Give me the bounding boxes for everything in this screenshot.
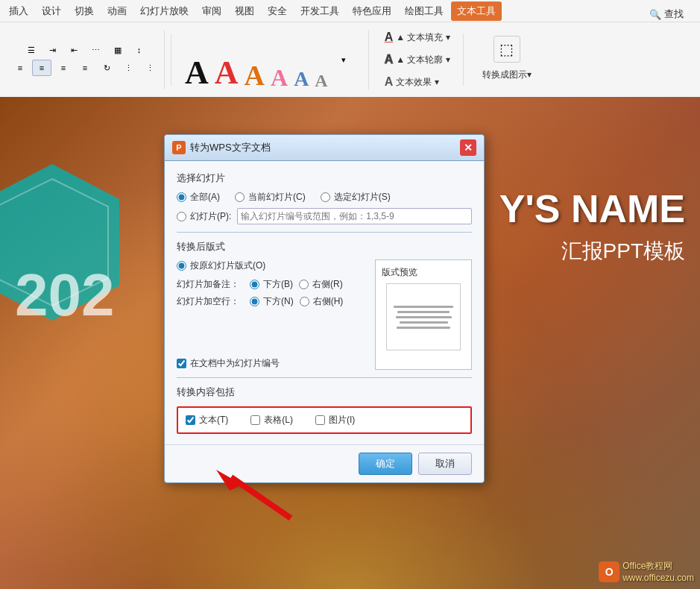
content-row: 文本(T) 表格(L) 图片(I): [186, 414, 463, 426]
align-right-btn[interactable]: ≡: [54, 60, 73, 76]
convert-dialog: P 转为WPS文字文档 ✕ 选择幻灯片 全部(A) 当前幻灯片(C): [164, 134, 485, 483]
search-label: 查找: [664, 7, 684, 21]
text-style-orange[interactable]: A: [245, 61, 265, 89]
radio-all-input[interactable]: [177, 192, 186, 202]
radio-original-input[interactable]: [177, 261, 186, 271]
more-btn2[interactable]: ⋮: [140, 60, 160, 76]
divider-2: [177, 377, 472, 378]
text-style-red[interactable]: A: [215, 57, 239, 89]
dialog-titlebar: P 转为WPS文字文档 ✕: [165, 135, 484, 161]
menu-security[interactable]: 安全: [262, 1, 293, 21]
text-style-pink[interactable]: A: [271, 66, 288, 89]
text-effect-btn[interactable]: A 文本效果 ▾: [378, 72, 457, 92]
radio-range-label: 幻灯片(P):: [190, 210, 231, 223]
menu-drawing[interactable]: 绘图工具: [399, 1, 450, 21]
search-button[interactable]: 🔍 查找: [642, 4, 691, 24]
menu-slideshow[interactable]: 幻灯片放映: [134, 1, 195, 21]
more-btn[interactable]: ⋮: [119, 60, 138, 76]
menu-animation[interactable]: 动画: [101, 1, 133, 21]
radio-all-label: 全部(A): [190, 191, 220, 204]
content-image-checkbox[interactable]: 图片(I): [315, 414, 355, 426]
menu-switch[interactable]: 切换: [69, 1, 100, 21]
ribbon-row-1: ☰ ⇥ ⇤ ⋯ ▦ ↕: [22, 42, 149, 58]
text-effect-a-icon: A: [385, 75, 394, 89]
text-outline-btn[interactable]: A ▲ 文本轮廓 ▾: [378, 50, 457, 69]
content-table-input[interactable]: [250, 415, 260, 425]
ribbon-row-2: ≡ ≡ ≡ ≡ ↻ ⋮ ⋮: [10, 60, 160, 76]
radio-range[interactable]: 幻灯片(P):: [177, 210, 231, 223]
red-arrow: [201, 462, 306, 522]
content-table-label: 表格(L): [264, 414, 293, 426]
convert-icon: ⬚: [494, 36, 520, 63]
slide-number-checkbox[interactable]: 在文档中为幻灯片编号: [177, 357, 368, 370]
radio-note-right[interactable]: 右侧(R): [299, 278, 343, 291]
text-style-blue[interactable]: A: [294, 69, 309, 89]
preview-label: 版式预览: [382, 266, 417, 279]
dialog-title-text: 转为WPS文字文档: [190, 141, 271, 154]
text-dir-btn[interactable]: ↻: [97, 60, 116, 76]
text-style-black[interactable]: A: [185, 57, 209, 89]
menu-insert[interactable]: 插入: [3, 1, 34, 21]
content-section-highlighted: 文本(T) 表格(L) 图片(I): [177, 406, 472, 434]
radio-range-input[interactable]: [177, 212, 186, 221]
preview-line-2: [397, 311, 450, 313]
menu-text-tools[interactable]: 文本工具: [451, 1, 502, 21]
radio-note-below-label: 下方(B): [263, 278, 293, 291]
cancel-button[interactable]: 取消: [418, 453, 472, 475]
empty-area: [177, 312, 368, 350]
convert-left: 按原幻灯片版式(O) 幻灯片加备注： 下方(B) 右侧(R): [177, 259, 368, 370]
text-style-more-btn[interactable]: ▾: [334, 51, 353, 68]
radio-space-right-label: 右侧(H): [313, 295, 344, 308]
radio-space-below-label: 下方(N): [263, 295, 294, 308]
slide-number-input[interactable]: [177, 359, 186, 368]
text-outline-label: ▲ 文本轮廓 ▾: [396, 54, 450, 66]
list-indent-btn[interactable]: ⇥: [43, 42, 63, 58]
menu-view[interactable]: 视图: [229, 1, 260, 21]
columns-btn[interactable]: ▦: [108, 42, 127, 58]
radio-current-input[interactable]: [235, 192, 245, 202]
menu-review[interactable]: 审阅: [196, 1, 227, 21]
radio-space-right[interactable]: 右侧(H): [300, 295, 344, 308]
text-style-gray[interactable]: A: [315, 72, 327, 89]
dialog-title-left: P 转为WPS文字文档: [172, 141, 271, 154]
radio-note-below[interactable]: 下方(B): [250, 278, 293, 291]
menu-design[interactable]: 设计: [36, 1, 67, 21]
radio-space-right-input[interactable]: [300, 297, 309, 306]
content-text-input[interactable]: [186, 415, 195, 425]
text-fill-btn[interactable]: A ▲ 文本填充 ▾: [378, 28, 457, 47]
radio-selected[interactable]: 选定幻灯片(S): [321, 191, 391, 204]
list-more-btn[interactable]: ⋯: [86, 42, 106, 58]
range-input[interactable]: [237, 208, 472, 224]
radio-note-right-input[interactable]: [299, 280, 309, 289]
space-options-row: 幻灯片加空行： 下方(N) 右侧(H): [177, 295, 368, 308]
align-left-btn[interactable]: ≡: [10, 60, 30, 76]
menu-special[interactable]: 特色应用: [347, 1, 397, 21]
spacing-btn[interactable]: ↕: [130, 42, 149, 58]
align-justify-btn[interactable]: ≡: [75, 60, 95, 76]
content-image-input[interactable]: [315, 415, 325, 425]
content-text-label: 文本(T): [199, 414, 228, 426]
radio-all[interactable]: 全部(A): [177, 191, 220, 204]
radio-note-below-input[interactable]: [250, 280, 259, 289]
radio-selected-label: 选定幻灯片(S): [334, 191, 391, 204]
preview-line-5: [397, 327, 450, 329]
content-table-checkbox[interactable]: 表格(L): [250, 414, 293, 426]
radio-space-below[interactable]: 下方(N): [250, 295, 294, 308]
align-center-btn[interactable]: ≡: [32, 60, 51, 76]
radio-current[interactable]: 当前幻灯片(C): [235, 191, 306, 204]
dialog-close-button[interactable]: ✕: [460, 139, 476, 156]
radio-original[interactable]: 按原幻灯片版式(O): [177, 259, 368, 272]
confirm-button[interactable]: 确定: [359, 453, 412, 475]
convert-columns: 按原幻灯片版式(O) 幻灯片加备注： 下方(B) 右侧(R): [177, 259, 472, 370]
ribbon-right-section: A ▲ 文本填充 ▾ A ▲ 文本轮廓 ▾ A 文本效果 ▾ ⬚ 转换成图示▾: [372, 30, 550, 89]
list-style-btn[interactable]: ☰: [22, 42, 41, 58]
convert-btn[interactable]: 转换成图示▾: [476, 66, 538, 84]
slide-number-label: 在文档中为幻灯片编号: [190, 357, 280, 370]
radio-selected-input[interactable]: [321, 192, 330, 202]
menu-devtools[interactable]: 开发工具: [294, 1, 345, 21]
radio-space-below-input[interactable]: [250, 297, 259, 306]
slide-select-header: 选择幻灯片: [177, 171, 472, 185]
list-outdent-btn[interactable]: ⇤: [65, 42, 84, 58]
content-text-checkbox[interactable]: 文本(T): [186, 414, 228, 426]
slide-range-row: 幻灯片(P):: [177, 208, 472, 224]
